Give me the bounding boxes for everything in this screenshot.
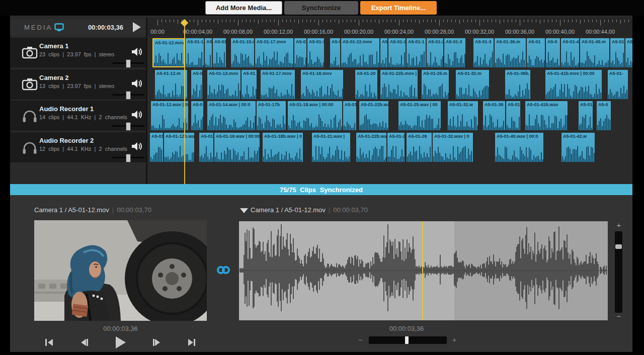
speaker-icon[interactable] [131,141,143,154]
timeline-clip-selected[interactable]: A5-01-12.mov [152,38,185,67]
volume-slider[interactable] [112,125,144,127]
zoom-in-button[interactable]: + [449,336,459,344]
add-more-media-button[interactable]: Add More Media... [205,1,282,15]
waveform-playhead[interactable] [422,221,423,320]
monitor-icon[interactable] [54,23,64,34]
timeline-clip[interactable]: A5-01-41b.wav [525,101,568,130]
timeline-clip[interactable]: A5-01-16.wav | 00:00 [214,133,260,162]
timeline-clip[interactable]: A5-01 [343,101,356,130]
speaker-icon[interactable] [131,109,143,122]
timeline-clip[interactable]: A5-01 [527,38,545,67]
timeline-clip[interactable]: A5-01-21.wav | [312,133,350,162]
speaker-icon[interactable] [131,78,143,91]
timeline-clip[interactable]: A5-01-45.m [580,38,609,67]
timeline-clip[interactable]: A5-01-17.mov [255,38,293,67]
timeline-clip[interactable]: A5-01-1 [579,101,593,130]
skip-to-end-button[interactable] [187,337,197,347]
timeline-clip[interactable]: A5-0 [546,38,560,67]
export-timeline-button[interactable]: Export Timeline... [360,1,437,15]
timeline-clip[interactable]: A5-01-14.wav | 00:0 [207,101,256,130]
timeline-clip[interactable]: A5-01 [213,38,226,67]
timeline-clip[interactable]: A5-01-15.m [231,38,254,67]
timeline-clip[interactable]: A5-0 [191,70,202,99]
synchronize-button[interactable]: Synchronize [284,1,358,15]
step-forward-button[interactable] [151,337,162,347]
timeline-clip[interactable]: A5-01-13.mov [207,70,240,99]
vertical-zoom-handle[interactable] [615,244,622,249]
track-header-camera-1[interactable]: Camera 123 clips | 23.97 fps | stereo [10,38,146,68]
timeline-clip[interactable]: A5-0 [191,101,203,130]
timeline-clip[interactable]: A5-01-36b. [505,70,530,99]
timeline-clip[interactable]: A5-01-1 [407,38,426,67]
volume-slider-handle[interactable] [126,91,131,100]
playhead-line[interactable] [184,24,185,184]
volume-slider[interactable] [112,94,144,96]
timeline-clip[interactable]: A5-01-1 [186,38,204,67]
timeline-clip[interactable]: A5-01-40.wav | 00:0 [495,133,543,162]
timeline-clip[interactable]: A5-01-2 [427,38,443,67]
timeline-clip[interactable]: A5-01 [150,133,163,162]
skip-to-start-button[interactable] [44,337,54,347]
play-button[interactable] [115,336,127,349]
timeline-clip[interactable]: A5-01-2 [388,38,406,67]
timeline-clip[interactable]: A5- [380,38,387,67]
timeline-clip[interactable]: A5-01-36.m [495,38,526,67]
timeline-clip[interactable]: A5-01-4 [625,38,632,67]
timeline-clip[interactable]: A5 [205,38,212,67]
timeline-clip[interactable]: A5-01-12.m [155,70,187,99]
timeline-clip[interactable]: A5-01-3 [473,38,494,67]
timeline-clip[interactable]: A5-01-32.w [448,101,478,130]
vertical-zoom-out-button[interactable]: − [614,312,624,320]
track-header-camera-2[interactable]: Camera 213 clips | 23.97 fps | stereo [10,69,146,100]
volume-slider[interactable] [112,62,144,64]
timeline-clip[interactable]: A5-01 [242,70,257,99]
timeline-clip[interactable]: A5-01-4 [561,38,579,67]
timeline-clip[interactable]: A5-01-22b.wav [356,133,386,162]
zoom-slider[interactable] [369,336,447,344]
timeline-clip[interactable]: A5-01-22b.mov | 0 [380,70,418,99]
track-header-audio-recorder-1[interactable]: Audio Recorder 114 clips | 44.1 KHz | 2 … [10,101,146,131]
timeline-clip[interactable]: A5-01-42.w [561,133,595,162]
track-header-audio-recorder-2[interactable]: Audio Recorder 212 clips | 44.1 KHz | 2 … [10,132,146,162]
timeline-clip[interactable]: A5-01 [610,38,624,67]
timeline-clip[interactable]: A5-01-22b.wav [359,101,388,130]
vertical-zoom-slider[interactable] [615,231,622,313]
timeline-clip[interactable]: A5-01-20 [355,70,377,99]
timeline-clip[interactable]: A5-01-17.mov [261,70,295,99]
volume-slider-handle[interactable] [126,59,131,68]
timeline-clip[interactable]: A5-01-17b [257,101,286,130]
timeline-clip[interactable]: A5-01- [608,70,628,99]
waveform-panel[interactable] [239,221,608,320]
step-back-button[interactable] [79,337,90,347]
timeline-clip[interactable]: A5-01-32.wav | 0 [433,133,473,162]
volume-slider-handle[interactable] [126,154,131,162]
volume-slider[interactable] [112,157,144,158]
timeline-clip[interactable]: A5-01-18.mov [301,70,343,99]
timeline-clip[interactable]: A5-01-22.mov [341,38,379,67]
timeline-clip[interactable]: A5-01 [330,38,340,67]
collapse-triangle-icon[interactable] [240,208,248,213]
timeline-play-button[interactable] [133,22,141,32]
timeline-clip[interactable]: A5-01-12.wav | 00 [151,101,188,130]
timeline-clip[interactable]: A5-01-36 [483,101,505,130]
timeline-clip[interactable]: A5-01 [506,101,520,130]
timeline-clip[interactable]: A5-01-19 [307,38,324,67]
speaker-icon[interactable] [131,46,143,59]
timeline-clip[interactable]: A5-01-1 [199,133,213,162]
timeline-clip[interactable]: A5-01-25.wav | 00 [398,101,441,130]
timeline-clip[interactable]: A5-01-18.wav | 00:00 [288,101,342,130]
volume-slider-handle[interactable] [126,122,131,131]
timeline-clip[interactable]: A5-01-2 [387,133,405,162]
timeline-clip[interactable]: A5-01 [294,38,306,67]
timeline-clip[interactable]: A5-01-3 [444,38,465,67]
timeline-clip[interactable]: A5-01-25.m [422,70,449,99]
timeline-clip[interactable]: A5-01-41b.mov | 00:00 [545,70,602,99]
timeline-clip[interactable]: A5-01-18b.wav | 0 [263,133,303,162]
timeline-clip[interactable]: A5-01-12b.wav | 0 [164,133,194,162]
zoom-out-button[interactable]: − [355,336,365,344]
timeline-clip[interactable]: A5-0 [597,101,611,130]
timeline-ruler[interactable]: 00:0000:00:04,0000:00:08,0000:00:12,0000… [147,18,632,37]
vertical-zoom-in-button[interactable]: + [614,221,624,229]
zoom-slider-handle[interactable] [405,336,409,344]
timeline-clip[interactable]: A5-01-26 [407,133,432,162]
